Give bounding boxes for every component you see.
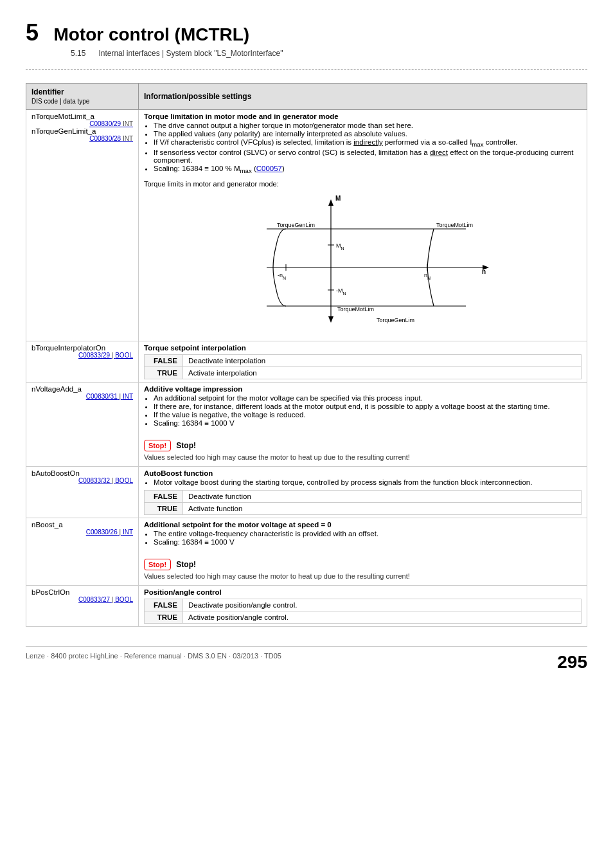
posctrl-code[interactable]: C00833/27 | BOOL bbox=[31, 596, 133, 603]
voltage-add-name: nVoltageAdd_a bbox=[31, 385, 133, 393]
col2-header: Information/possible settings bbox=[139, 84, 587, 110]
torque-interpolator-row: bTorqueInterpolatorOn C00833/29 | BOOL T… bbox=[26, 341, 587, 382]
direct-text: direct bbox=[430, 149, 448, 156]
va-bullet-2: If there are, for instance, different lo… bbox=[154, 402, 582, 410]
ab-false-row: FALSE Deactivate function bbox=[145, 490, 582, 502]
true-val: TRUE bbox=[145, 366, 183, 379]
torque-interp-code[interactable]: C00833/29 | BOOL bbox=[31, 352, 133, 359]
voltage-add-title: Additive voltage impression bbox=[144, 385, 582, 393]
torque-limit-row: nTorqueMotLimit_a C00830/29 INT nTorqueG… bbox=[26, 110, 587, 341]
section-title: Internal interfaces | System block "LS_M… bbox=[98, 49, 283, 58]
ab-false-val: FALSE bbox=[145, 490, 183, 502]
pc-true-desc: Activate position/angle control. bbox=[183, 611, 582, 623]
autoboost-name: bAutoBoostOn bbox=[31, 469, 133, 477]
pc-true-val: TRUE bbox=[145, 611, 183, 623]
indirectly-text: indirectly bbox=[353, 138, 382, 146]
posctrl-row: bPosCtrlOn C00833/27 | BOOL Position/ang… bbox=[26, 585, 587, 626]
chart-title: Torque limits in motor and generator mod… bbox=[144, 180, 582, 188]
bullet-1: The drive cannot output a higher torque … bbox=[154, 122, 582, 129]
bullet-5: Scaling: 16384 ≡ 100 % Mmax (C00057) bbox=[154, 165, 582, 174]
torquegenlim-top-label: TorqueGenLim bbox=[276, 222, 314, 228]
posctrl-table: FALSE Deactivate position/angle control.… bbox=[144, 599, 582, 624]
torquemotlim-top-label: TorqueMotLim bbox=[436, 222, 473, 228]
nboost-id-cell: nBoost_a C00830/26 | INT bbox=[26, 518, 139, 585]
true-desc: Activate interpolation bbox=[183, 366, 582, 379]
posctrl-id-cell: bPosCtrlOn C00833/27 | BOOL bbox=[26, 585, 139, 626]
stop-box-2: Stop! bbox=[144, 559, 171, 570]
mn-label: MN bbox=[336, 242, 344, 251]
nboost-title: Additional setpoint for the motor voltag… bbox=[144, 521, 582, 529]
posctrl-title: Position/angle control bbox=[144, 588, 582, 596]
torque-bullets: The drive cannot output a higher torque … bbox=[154, 122, 582, 175]
divider bbox=[26, 69, 587, 70]
torque-chart: Torque limits in motor and generator mod… bbox=[144, 180, 582, 333]
false-val: FALSE bbox=[145, 354, 183, 366]
ab-true-desc: Activate function bbox=[183, 502, 582, 514]
autoboost-info-cell: AutoBoost function Motor voltage boost d… bbox=[139, 466, 587, 518]
false-row: FALSE Deactivate interpolation bbox=[145, 354, 582, 366]
nboost-info-cell: Additional setpoint for the motor voltag… bbox=[139, 518, 587, 585]
stop-label-2: Stop! bbox=[148, 561, 166, 568]
main-table: Identifier DIS code | data type Informat… bbox=[26, 83, 587, 627]
torque-gen-limit-code[interactable]: C00830/28 INT bbox=[31, 135, 133, 142]
stop-warning-1: Values selected too high may cause the m… bbox=[144, 453, 582, 461]
voltage-add-code[interactable]: C00830/31 | INT bbox=[31, 393, 133, 400]
voltage-add-row: nVoltageAdd_a C00830/31 | INT Additive v… bbox=[26, 382, 587, 466]
page-header: 5 Motor control (MCTRL) 5.15 Internal in… bbox=[26, 19, 587, 58]
stop-label-1: Stop! bbox=[148, 442, 166, 449]
torquegenlim-bot-label: TorqueGenLim bbox=[376, 317, 414, 323]
bullet-4: If sensorless vector control (SLVC) or s… bbox=[154, 149, 582, 164]
col1-header: Identifier DIS code | data type bbox=[26, 84, 139, 110]
voltage-add-bullets: An additional setpoint for the motor vol… bbox=[154, 394, 582, 427]
pc-false-val: FALSE bbox=[145, 599, 183, 611]
autoboost-table: FALSE Deactivate function TRUE Activate … bbox=[144, 490, 582, 515]
page-number: 295 bbox=[557, 652, 587, 673]
footer-text: Lenze · 8400 protec HighLine · Reference… bbox=[26, 652, 281, 673]
ab-bullet-1: Motor voltage boost during the starting … bbox=[154, 478, 582, 486]
torque-interp-table: FALSE Deactivate interpolation TRUE Acti… bbox=[144, 354, 582, 379]
minus-mn-label: -MN bbox=[336, 287, 346, 296]
stop-exclaim-1: Stop! bbox=[176, 441, 196, 450]
chapter-title: Motor control (MCTRL) bbox=[53, 24, 249, 44]
torque-interp-id-cell: bTorqueInterpolatorOn C00833/29 | BOOL bbox=[26, 341, 139, 382]
voltage-add-id-cell: nVoltageAdd_a C00830/31 | INT bbox=[26, 382, 139, 466]
torquemotlim-bot-label: TorqueMotLim bbox=[337, 306, 374, 312]
torque-mot-limit-name: nTorqueMotLimit_a bbox=[31, 113, 133, 120]
autoboost-title: AutoBoost function bbox=[144, 469, 582, 477]
autoboost-code[interactable]: C00833/32 | BOOL bbox=[31, 477, 133, 484]
torque-chart-svg: TorqueGenLim M TorqueMotLim MN -nN nN n … bbox=[228, 190, 498, 332]
stop-warning-2: Values selected too high may cause the m… bbox=[144, 572, 582, 580]
nn-label: nN bbox=[424, 272, 431, 280]
svg-marker-16 bbox=[328, 316, 333, 323]
autoboost-bullets: Motor voltage boost during the starting … bbox=[154, 478, 582, 486]
nboost-code[interactable]: C00830/26 | INT bbox=[31, 529, 133, 536]
nb-bullet-2: Scaling: 16384 ≡ 1000 V bbox=[154, 538, 582, 546]
torque-interp-info-cell: Torque setpoint interpolation FALSE Deac… bbox=[139, 341, 587, 382]
torque-interp-name: bTorqueInterpolatorOn bbox=[31, 344, 133, 352]
va-bullet-1: An additional setpoint for the motor vol… bbox=[154, 394, 582, 402]
torque-gen-limit-name: nTorqueGenLimit_a bbox=[31, 127, 133, 135]
autoboost-row: bAutoBoostOn C00833/32 | BOOL AutoBoost … bbox=[26, 466, 587, 518]
nboost-bullets: The entire voltage-frequency characteris… bbox=[154, 530, 582, 546]
va-bullet-3: If the value is negative, the voltage is… bbox=[154, 411, 582, 419]
n-axis-label: n bbox=[482, 268, 486, 275]
bullet-3: If V/f characteristic control (VFCplus) … bbox=[154, 138, 582, 148]
nboost-row: nBoost_a C00830/26 | INT Additional setp… bbox=[26, 518, 587, 585]
voltage-add-info-cell: Additive voltage impression An additiona… bbox=[139, 382, 587, 466]
bullet-2: The applied values (any polarity) are in… bbox=[154, 130, 582, 138]
pc-true-row: TRUE Activate position/angle control. bbox=[145, 611, 582, 623]
torque-id-cell: nTorqueMotLimit_a C00830/29 INT nTorqueG… bbox=[26, 110, 139, 341]
posctrl-name: bPosCtrlOn bbox=[31, 588, 133, 596]
ab-true-val: TRUE bbox=[145, 502, 183, 514]
chapter-number: 5 bbox=[26, 19, 39, 46]
nboost-name: nBoost_a bbox=[31, 521, 133, 529]
false-desc: Deactivate interpolation bbox=[183, 354, 582, 366]
page-footer: Lenze · 8400 protec HighLine · Reference… bbox=[26, 646, 587, 673]
posctrl-info-cell: Position/angle control FALSE Deactivate … bbox=[139, 585, 587, 626]
section-number: 5.15 bbox=[71, 49, 85, 58]
torque-mot-limit-code[interactable]: C00830/29 INT bbox=[31, 120, 133, 127]
torque-section-title: Torque limitation in motor mode and in g… bbox=[144, 113, 582, 120]
ab-false-desc: Deactivate function bbox=[183, 490, 582, 502]
minus-nn-label: -nN bbox=[278, 272, 286, 280]
m-axis-label: M bbox=[335, 195, 341, 202]
